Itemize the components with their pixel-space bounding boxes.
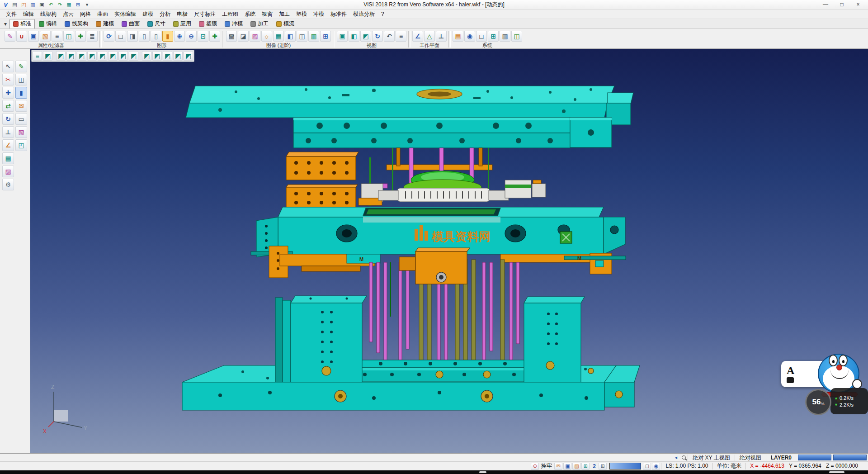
- group-select-icon[interactable]: ◰: [15, 139, 27, 151]
- tab-molding[interactable]: 塑膜: [195, 19, 221, 28]
- screen-icon[interactable]: ◻: [476, 31, 487, 42]
- view-left-button[interactable]: ◩: [108, 51, 118, 61]
- part-ejector-plates[interactable]: [341, 360, 531, 381]
- speed-percent-badge[interactable]: 56%: [805, 389, 831, 415]
- select-icon[interactable]: ↖: [2, 61, 14, 72]
- active-layer-indicator[interactable]: LAYER0: [766, 455, 796, 461]
- tab-modeling[interactable]: 建模: [92, 19, 118, 28]
- network-speed-panel[interactable]: ▲0.2K/s ▼2.2K/s: [830, 388, 868, 414]
- zoom-in-icon[interactable]: ⊕: [174, 31, 185, 42]
- menu-item-edit[interactable]: 编辑: [20, 9, 37, 19]
- render-icon[interactable]: ▩: [226, 31, 237, 42]
- search-icon[interactable]: [679, 455, 688, 460]
- color-palette-icon[interactable]: ▤: [453, 31, 463, 42]
- tab-edit[interactable]: 编辑: [35, 19, 61, 28]
- view-previous-icon[interactable]: ↶: [384, 31, 395, 42]
- shaded-icon[interactable]: ▮: [162, 31, 173, 42]
- material-icon[interactable]: ▨: [250, 31, 260, 42]
- menu-item-pointcloud[interactable]: 点云: [60, 9, 77, 19]
- view-rotate-icon[interactable]: ↻: [372, 31, 383, 42]
- view-shaded-button[interactable]: ◩: [43, 51, 52, 61]
- shadow-icon[interactable]: ◪: [238, 31, 249, 42]
- world-icon[interactable]: ◉: [464, 31, 475, 42]
- menu-item-mesh[interactable]: 网格: [77, 9, 94, 19]
- eraser-icon[interactable]: ▭: [15, 113, 27, 125]
- menu-item-machining[interactable]: 加工: [276, 9, 293, 19]
- menu-item-electrode[interactable]: 电极: [174, 9, 191, 19]
- menu-item-help[interactable]: ?: [378, 10, 387, 18]
- rotate-icon[interactable]: ↻: [2, 113, 14, 125]
- paint-status-icon[interactable]: ▨: [572, 463, 580, 470]
- view-previous-button[interactable]: ◩: [173, 51, 183, 61]
- world-status-icon[interactable]: ◉: [652, 463, 660, 470]
- menu-item-moldflow[interactable]: 模流分析: [350, 9, 378, 19]
- mail-status-icon[interactable]: ✉: [554, 463, 562, 470]
- units-indicator[interactable]: 单位: 毫米: [712, 463, 746, 469]
- quick-pick-icon[interactable]: ✚: [75, 31, 86, 42]
- view-front-button[interactable]: ◩: [87, 51, 97, 61]
- tab-surface[interactable]: 曲面: [118, 19, 143, 28]
- transparency-icon[interactable]: ◫: [297, 31, 307, 42]
- view-axonometric-button[interactable]: ◩: [129, 51, 138, 61]
- color-filter-icon[interactable]: ▧: [40, 31, 51, 42]
- gouraud-icon[interactable]: ▯: [151, 31, 161, 42]
- layers-icon[interactable]: ▤: [2, 152, 14, 164]
- view-iso-icon[interactable]: ◩: [360, 31, 371, 42]
- part-core-unit[interactable]: [359, 171, 546, 205]
- snap-point-icon[interactable]: ✚: [2, 87, 14, 99]
- redo-icon[interactable]: ↷: [56, 1, 64, 8]
- menu-item-standard-parts[interactable]: 标准件: [327, 9, 350, 19]
- part-upper-plates[interactable]: [293, 118, 612, 148]
- view-rotate-right-button[interactable]: ◩: [152, 51, 162, 61]
- scale-indicator[interactable]: LS: 1.00 PS: 1.00: [661, 463, 712, 469]
- menu-item-file[interactable]: 文件: [3, 9, 20, 19]
- workplane-xy-icon[interactable]: ∠: [412, 31, 423, 42]
- report-icon[interactable]: ▥: [500, 31, 510, 42]
- note-icon[interactable]: ✉: [15, 100, 27, 112]
- tab-stamping[interactable]: 冲模: [221, 19, 246, 28]
- section-icon[interactable]: ◧: [285, 31, 296, 42]
- view-list-icon[interactable]: ≡: [396, 31, 406, 42]
- menu-item-window[interactable]: 视窗: [259, 9, 276, 19]
- pan-icon[interactable]: ✚: [209, 31, 220, 42]
- tabbar-caret-icon[interactable]: ▾: [2, 19, 9, 28]
- minimize-button[interactable]: —: [817, 0, 834, 9]
- menu-item-system[interactable]: 系统: [241, 9, 259, 19]
- view-iso-button[interactable]: ◩: [56, 51, 66, 61]
- trim-icon[interactable]: ✂: [2, 74, 14, 85]
- workplane-3pt-icon[interactable]: △: [424, 31, 435, 42]
- view-back-button[interactable]: ◩: [98, 51, 107, 61]
- view-fit-button[interactable]: ◩: [163, 51, 172, 61]
- transform-icon[interactable]: ⇄: [2, 100, 14, 112]
- view-mode-indicator[interactable]: 绝对 XY 上视图: [688, 455, 734, 461]
- view-front-icon[interactable]: ◧: [349, 31, 359, 42]
- monitor-status-icon[interactable]: ◻: [643, 463, 651, 470]
- menu-item-dimension[interactable]: 尺寸标注: [191, 9, 219, 19]
- layer-filter-icon[interactable]: ≡: [52, 31, 62, 42]
- copy-icon[interactable]: ◫: [15, 74, 27, 85]
- paint-icon[interactable]: ▨: [2, 166, 14, 177]
- zoom-out-icon[interactable]: ⊖: [186, 31, 197, 42]
- menu-item-solid-edit[interactable]: 实体编辑: [111, 9, 139, 19]
- texture-icon[interactable]: ▦: [273, 31, 284, 42]
- save-file-icon[interactable]: ▥: [29, 1, 37, 8]
- layer-selector[interactable]: [609, 463, 641, 469]
- image-status-icon[interactable]: ▣: [563, 463, 571, 470]
- entity-filter-icon[interactable]: ▣: [28, 31, 39, 42]
- snapshot-icon[interactable]: ⊞: [320, 31, 331, 42]
- model-3d-scene[interactable]: M M: [30, 49, 868, 453]
- part-left-riser-block[interactable]: [275, 296, 367, 382]
- quick-access-caret-icon[interactable]: ▾: [83, 1, 91, 8]
- hiddenline-icon[interactable]: ◨: [127, 31, 138, 42]
- solid-tool-icon[interactable]: ▮: [15, 87, 27, 99]
- tab-application[interactable]: 应用: [170, 19, 195, 28]
- print-icon[interactable]: ▣: [38, 1, 46, 8]
- wireframe-icon[interactable]: ◻: [115, 31, 126, 42]
- part-orange-blocks[interactable]: [286, 152, 359, 209]
- zoom-fit-icon[interactable]: ⊡: [198, 31, 208, 42]
- background-icon[interactable]: ▥: [308, 31, 319, 42]
- menu-item-modeling[interactable]: 建模: [139, 9, 156, 19]
- align-icon[interactable]: ⊥: [2, 126, 14, 138]
- menu-item-stamping[interactable]: 冲模: [310, 9, 327, 19]
- snap-status-icon[interactable]: ⊞: [581, 463, 590, 470]
